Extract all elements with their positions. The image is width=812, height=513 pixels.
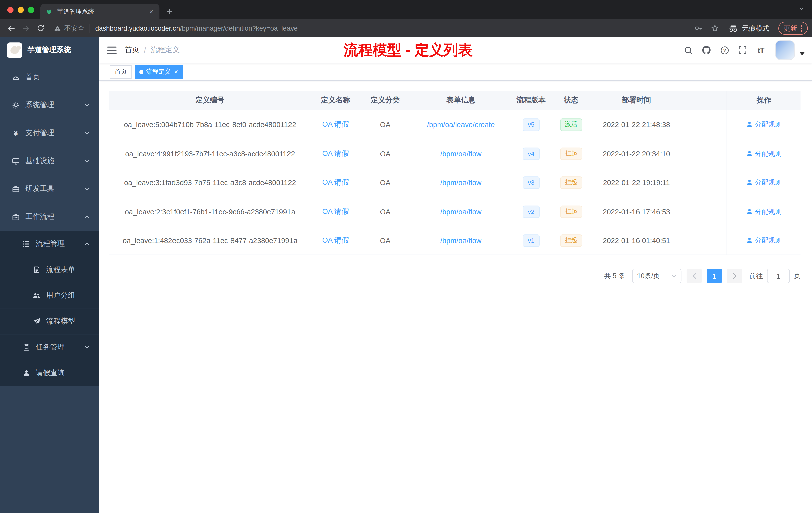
search-icon[interactable]: [680, 42, 696, 58]
window-zoom-button[interactable]: [28, 6, 34, 13]
avatar-chevron-down-icon[interactable]: [800, 52, 805, 55]
window-controls: [0, 0, 40, 19]
next-page-button[interactable]: [727, 269, 742, 283]
cell-definition-id: oa_leave:2:3c1f0ef1-76b1-11ec-9c66-a2380…: [109, 197, 311, 225]
help-icon[interactable]: ?: [717, 42, 732, 58]
back-icon[interactable]: [4, 21, 19, 36]
url-path: /bpm/manager/definition?key=oa_leave: [180, 24, 297, 32]
page-size-select[interactable]: 10条/页: [632, 269, 682, 283]
user-icon: [746, 121, 753, 128]
column-header: 表单信息: [410, 91, 512, 110]
clipboard-icon: [22, 344, 31, 351]
sidebar-item-infrastructure[interactable]: 基础设施: [0, 147, 99, 175]
active-dot: [139, 69, 144, 74]
cell-category: OA: [360, 226, 410, 254]
key-icon[interactable]: [691, 21, 705, 36]
forward-icon[interactable]: [19, 21, 33, 36]
form-link[interactable]: /bpm/oa/flow: [440, 236, 482, 245]
window-close-button[interactable]: [7, 6, 13, 13]
view-tag[interactable]: 首页: [110, 65, 132, 79]
bookmark-star-icon[interactable]: [707, 21, 722, 36]
form-link[interactable]: /bpm/oa/flow: [440, 149, 482, 158]
chevron-down-icon: [672, 274, 677, 277]
sidebar-item-workflow[interactable]: 工作流程: [0, 203, 99, 231]
definition-name-link[interactable]: OA 请假: [322, 120, 349, 129]
assign-rule-link[interactable]: 分配规则: [746, 178, 782, 187]
table-row: oa_leave:5:004b710b-7b8a-11ec-8ef0-acde4…: [109, 110, 801, 139]
github-icon[interactable]: [698, 42, 714, 58]
sidebar-item-task-management[interactable]: 任务管理: [0, 334, 99, 360]
table-row: oa_leave:3:1fad3d93-7b75-11ec-a3c8-acde4…: [109, 168, 801, 197]
new-tab-button[interactable]: +: [167, 6, 173, 16]
version-tag: v3: [522, 176, 539, 189]
close-icon[interactable]: ×: [174, 68, 178, 75]
monitor-icon: [11, 157, 20, 165]
sidebar-item-user-group[interactable]: 用户分组: [0, 282, 99, 308]
assign-rule-link[interactable]: 分配规则: [746, 236, 782, 245]
user-icon: [746, 237, 753, 244]
security-label: 不安全: [64, 24, 84, 33]
update-button[interactable]: 更新: [778, 22, 808, 35]
row-filler: [681, 110, 727, 139]
tab-search-chevron-icon[interactable]: [799, 5, 805, 11]
table-row: oa_leave:1:482ec033-762a-11ec-8477-a2380…: [109, 226, 801, 255]
assign-rule-link[interactable]: 分配规则: [746, 207, 782, 216]
definition-name-link[interactable]: OA 请假: [322, 207, 349, 216]
fullscreen-icon[interactable]: [735, 42, 751, 58]
hamburger-icon[interactable]: [99, 37, 124, 63]
version-tag: v1: [522, 234, 539, 247]
row-filler: [681, 139, 727, 168]
definition-name-link[interactable]: OA 请假: [322, 178, 349, 187]
view-tag-active[interactable]: 流程定义×: [135, 65, 182, 79]
incognito-label: 无痕模式: [742, 24, 769, 33]
sidebar-item-home[interactable]: 首页: [0, 63, 99, 91]
definition-name-link[interactable]: OA 请假: [322, 236, 349, 245]
sidebar-item-dev-tools[interactable]: 研发工具: [0, 175, 99, 203]
security-indicator[interactable]: 不安全: [54, 24, 85, 33]
sidebar-item-system-management[interactable]: 系统管理: [0, 91, 99, 119]
divider: [90, 24, 90, 32]
goto-label: 前往: [749, 271, 763, 280]
sidebar-item-leave-query[interactable]: 请假查询: [0, 360, 99, 386]
column-header: 定义分类: [360, 91, 410, 110]
sidebar-item-process-management[interactable]: 流程管理: [0, 231, 99, 257]
document-icon: [32, 266, 41, 273]
column-header: 定义名称: [311, 91, 360, 110]
reload-icon[interactable]: [33, 21, 48, 36]
form-link[interactable]: /bpm/oa/flow: [440, 178, 482, 187]
toolbox-icon: [11, 185, 20, 193]
prev-page-button[interactable]: [687, 269, 702, 283]
goto-page-input[interactable]: [767, 269, 790, 283]
users-icon: [32, 292, 41, 299]
sidebar-item-process-model[interactable]: 流程模型: [0, 308, 99, 334]
list-icon: [22, 240, 31, 248]
sidebar-item-payment-management[interactable]: ¥ 支付管理: [0, 119, 99, 147]
address-bar[interactable]: dashboard.yudao.iocoder.cn/bpm/manager/d…: [95, 24, 691, 32]
browser-tab[interactable]: 芋道管理系统 ×: [40, 3, 160, 19]
page-number-button[interactable]: 1: [707, 269, 722, 283]
tab-title: 芋道管理系统: [57, 7, 144, 16]
cell-definition-id: oa_leave:5:004b710b-7b8a-11ec-8ef0-acde4…: [109, 110, 311, 139]
browser-toolbar: 不安全 dashboard.yudao.iocoder.cn/bpm/manag…: [0, 19, 812, 37]
avatar[interactable]: [775, 40, 795, 60]
breadcrumb-home[interactable]: 首页: [125, 46, 139, 55]
sidebar-item-process-form[interactable]: 流程表单: [0, 257, 99, 282]
form-link[interactable]: /bpm/oa/flow: [440, 207, 482, 216]
assign-rule-link[interactable]: 分配规则: [746, 149, 782, 158]
row-filler: [681, 168, 727, 197]
page-content: 定义编号定义名称定义分类表单信息流程版本状态部署时间操作 oa_leave:5:…: [99, 81, 812, 513]
column-header: 定义编号: [109, 91, 311, 110]
chevron-down-icon: [84, 186, 90, 192]
window-minimize-button[interactable]: [18, 6, 24, 13]
version-tag: v4: [522, 147, 539, 160]
tab-close-icon[interactable]: ×: [148, 7, 154, 15]
definition-name-link[interactable]: OA 请假: [322, 149, 349, 158]
briefcase-icon: [11, 213, 20, 221]
favicon: [46, 8, 53, 15]
font-size-icon[interactable]: tT: [753, 42, 768, 58]
assign-rule-link[interactable]: 分配规则: [746, 120, 782, 129]
form-link[interactable]: /bpm/oa/leave/create: [427, 120, 495, 129]
version-tag: v2: [522, 205, 539, 218]
incognito-indicator: 无痕模式: [728, 24, 769, 33]
column-header: 流程版本: [512, 91, 551, 110]
